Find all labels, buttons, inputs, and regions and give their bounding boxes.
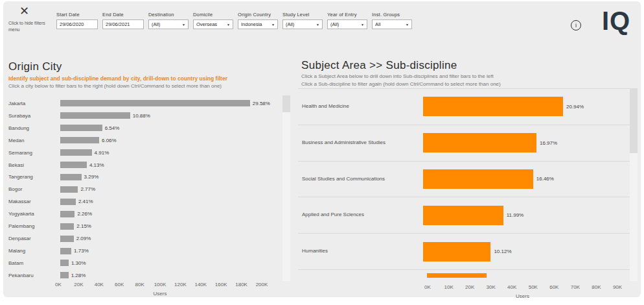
city-row-yogyakarta[interactable]: Yogyakarta2.26% (8, 208, 274, 220)
city-bar[interactable] (60, 162, 87, 168)
close-icon[interactable]: ✕ (19, 5, 29, 17)
chevron-down-icon: ▼ (182, 23, 185, 27)
subject-value: 11.99% (507, 212, 524, 218)
subject-row-social-studies-and-communications[interactable]: Social Studies and Communications16.46% (298, 162, 630, 198)
city-row-denpasar[interactable]: Denpasar2.09% (8, 232, 274, 245)
axis-tick: 0K (55, 282, 62, 287)
dropdown-study-level[interactable]: (All)▼ (282, 19, 323, 29)
city-value: 4.13% (89, 162, 104, 168)
info-icon[interactable]: i (571, 20, 581, 30)
subject-row-business-and-administrative-studies[interactable]: Business and Administrative Studies16.97… (298, 125, 630, 162)
filter-label-year-of-entry: Year of Entry (327, 12, 367, 18)
city-bar[interactable] (60, 186, 78, 193)
city-bar[interactable] (60, 137, 99, 143)
filter-destination: Destination(All)▼ (148, 12, 189, 29)
city-bar[interactable] (60, 112, 130, 119)
axis-tick: 80K (592, 284, 601, 290)
dropdown-origin-country[interactable]: Indonesia▼ (238, 19, 278, 29)
subject-area-instruction-2: Click a Sub-discipline to filter again (… (301, 81, 632, 88)
city-row-pekanbaru[interactable]: Pekanbaru1.28% (8, 269, 274, 282)
subject-value: 10.12% (494, 249, 511, 254)
city-value: 2.77% (80, 186, 95, 192)
city-row-tangerang[interactable]: Tangerang3.29% (8, 171, 274, 184)
city-label: Malang (8, 248, 60, 254)
origin-city-scrollbar-thumb[interactable] (282, 95, 290, 112)
dropdown-domicile[interactable]: Overseas▼ (193, 19, 233, 29)
origin-city-bars: Jakarta29.58%Surabaya10.88%Bandung6.54%M… (8, 97, 274, 282)
axis-tick: 200K (256, 282, 268, 287)
city-value: 6.54% (105, 125, 120, 131)
city-row-makassar[interactable]: Makassar2.41% (8, 195, 274, 208)
city-bar[interactable] (60, 223, 74, 230)
city-bar[interactable] (60, 174, 82, 180)
city-bar[interactable] (60, 149, 92, 156)
subject-bar[interactable] (423, 206, 503, 225)
city-bar[interactable] (60, 125, 102, 131)
city-bar[interactable] (60, 199, 76, 205)
subject-row-partial[interactable] (298, 270, 630, 278)
city-row-bogor[interactable]: Bogor2.77% (8, 183, 274, 195)
filter-origin-country: Origin CountryIndonesia▼ (238, 12, 278, 29)
chevron-down-icon: ▼ (227, 23, 230, 27)
filter-value: (All) (286, 21, 294, 27)
city-label: Batam (8, 260, 60, 266)
city-label: Palembang (8, 223, 60, 229)
subject-area-scrollbar[interactable] (630, 88, 638, 281)
city-bar[interactable] (60, 236, 74, 242)
subject-bar-partial[interactable] (427, 273, 487, 278)
dashboard-canvas: ✕ Click to hide filters menu Start Date2… (3, 1, 641, 297)
origin-city-x-axis: 0K20K40K60K80K100K120K140K160K180K200K (58, 282, 262, 288)
filter-label-study-level: Study Level (282, 12, 323, 18)
subject-bar[interactable] (423, 97, 563, 116)
city-row-semarang[interactable]: Semarang4.91% (8, 147, 274, 159)
filter-study-level: Study Level(All)▼ (282, 12, 323, 29)
axis-tick: 100K (154, 282, 167, 287)
date-input-end-date[interactable]: 29/06/2021 (102, 19, 144, 29)
date-input-start-date[interactable]: 29/06/2020 (56, 19, 98, 29)
info-icon-glyph: i (575, 22, 577, 29)
axis-tick: 20K (74, 282, 83, 287)
city-row-batam[interactable]: Batam1.30% (8, 257, 274, 269)
axis-tick: 70K (571, 284, 580, 290)
filter-year-of-entry: Year of Entry(All)▼ (327, 12, 367, 29)
city-row-malang[interactable]: Malang1.73% (8, 245, 274, 257)
city-row-medan[interactable]: Medan6.06% (8, 134, 274, 147)
city-bar[interactable] (60, 100, 250, 106)
filter-value: All (375, 21, 380, 27)
origin-city-scrollbar[interactable] (282, 95, 290, 281)
subject-area-scrollbar-thumb[interactable] (630, 88, 638, 153)
axis-tick: 0K (424, 284, 431, 290)
dropdown-destination[interactable]: (All)▼ (148, 19, 189, 29)
city-value: 6.06% (102, 138, 117, 143)
city-bar[interactable] (60, 248, 71, 254)
city-row-jakarta[interactable]: Jakarta29.58% (8, 97, 274, 110)
city-bar[interactable] (60, 260, 69, 266)
city-value: 2.09% (76, 236, 91, 241)
axis-tick: 90K (613, 284, 622, 290)
city-row-bekasi[interactable]: Bekasi4.13% (8, 159, 274, 171)
subject-bar[interactable] (423, 242, 490, 262)
subject-row-applied-and-pure-sciences[interactable]: Applied and Pure Sciences11.99% (298, 197, 630, 234)
subject-row-humanities[interactable]: Humanities10.12% (298, 234, 630, 270)
city-bar[interactable] (60, 272, 69, 278)
filter-label-start-date: Start Date (56, 12, 98, 18)
axis-tick: 30K (487, 284, 496, 290)
axis-tick: 60K (549, 284, 558, 290)
subject-bar[interactable] (423, 169, 533, 189)
subject-row-health-and-medicine[interactable]: Health and Medicine20.94% (298, 89, 630, 125)
dropdown-inst-groups[interactable]: All▼ (372, 19, 412, 29)
subject-label: Social Studies and Communications (298, 176, 423, 183)
filter-value: 29/06/2020 (60, 21, 84, 27)
city-value: 29.58% (253, 101, 270, 106)
city-value: 2.26% (77, 211, 92, 217)
city-row-bandung[interactable]: Bandung6.54% (8, 122, 274, 134)
filter-label-end-date: End Date (102, 12, 144, 18)
hide-filters-label[interactable]: Click to hide filters menu (8, 20, 55, 33)
city-bar[interactable] (60, 211, 75, 217)
dropdown-year-of-entry[interactable]: (All)▼ (327, 19, 367, 29)
city-label: Jakarta (8, 101, 60, 106)
filter-value: (All) (152, 21, 160, 27)
subject-bar[interactable] (423, 133, 536, 152)
city-row-surabaya[interactable]: Surabaya10.88% (8, 110, 274, 122)
city-row-palembang[interactable]: Palembang2.15% (8, 220, 274, 232)
